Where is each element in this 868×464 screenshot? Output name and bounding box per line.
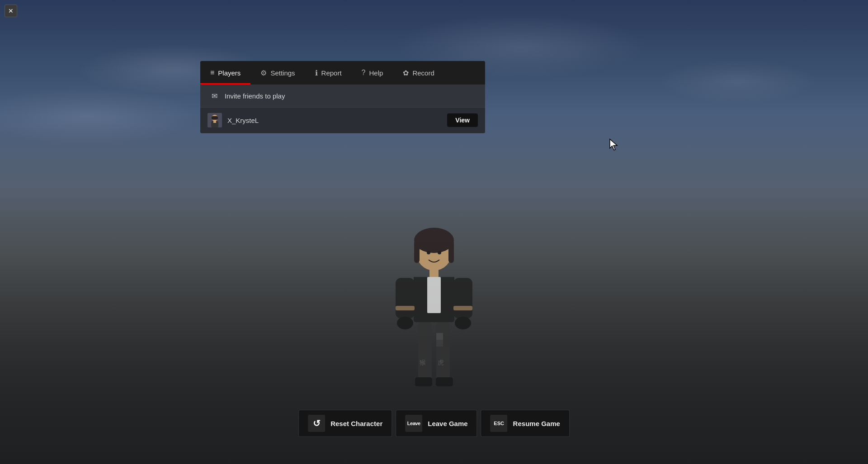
tab-help[interactable]: ? Help [352,61,393,84]
player-avatar [208,113,222,127]
player-username: X_KrysteL [227,117,442,124]
tab-players[interactable]: ≡ Players [200,61,250,84]
resume-game-label: Resume Game [513,420,560,427]
help-icon: ? [362,69,366,77]
svg-rect-23 [436,340,443,347]
tab-help-label: Help [369,69,383,77]
close-button[interactable]: ✕ [5,5,17,17]
reset-character-label: Reset Character [330,420,382,427]
svg-rect-30 [212,116,218,120]
leave-icon-box: Leave [405,415,422,432]
content-area: ✉ Invite friends to play X_KrysteL View [200,84,485,133]
leave-game-label: Leave Game [428,420,467,427]
leave-icon: Leave [407,421,420,426]
svg-point-16 [455,317,471,329]
svg-rect-3 [448,240,454,263]
tab-report[interactable]: ℹ Report [305,61,352,84]
reset-character-button[interactable]: ↺ Reset Character [298,410,392,437]
svg-rect-25 [436,377,453,386]
svg-rect-2 [414,240,420,263]
view-player-button[interactable]: View [447,113,478,127]
esc-icon-box: ESC [491,415,508,432]
svg-rect-24 [415,377,432,386]
reset-icon: ↺ [313,418,321,429]
invite-text: Invite friends to play [225,92,285,100]
settings-icon: ⚙ [260,69,267,77]
svg-point-15 [397,317,413,329]
tab-players-label: Players [218,69,241,77]
svg-point-5 [438,251,441,254]
record-icon: ✿ [403,69,409,77]
svg-rect-32 [213,120,216,123]
svg-rect-6 [429,269,439,277]
players-icon: ≡ [210,69,214,77]
svg-point-1 [414,228,454,253]
reset-icon-box: ↺ [308,415,325,432]
esc-icon: ESC [494,421,504,426]
tab-bar: ≡ Players ⚙ Settings ℹ Report ? Help ✿ R… [200,61,485,84]
tab-settings-label: Settings [270,69,295,77]
svg-rect-13 [396,278,415,319]
svg-rect-20 [436,322,450,381]
svg-rect-10 [427,277,441,313]
tab-record-label: Record [412,69,434,77]
resume-game-button[interactable]: ESC Resume Game [481,410,570,437]
svg-rect-18 [453,306,472,310]
svg-rect-19 [418,322,432,381]
invite-icon: ✉ [209,91,219,101]
bottom-action-buttons: ↺ Reset Character Leave Leave Game ESC R… [298,410,570,437]
player-row: X_KrysteL View [200,108,485,133]
svg-text:虎: 虎 [438,359,444,366]
tab-record[interactable]: ✿ Record [393,61,444,84]
menu-panel: ≡ Players ⚙ Settings ℹ Report ? Help ✿ R… [200,61,485,133]
tab-settings[interactable]: ⚙ Settings [250,61,305,84]
svg-rect-14 [453,278,472,319]
svg-rect-21 [436,333,443,340]
report-icon: ℹ [315,69,318,77]
svg-point-4 [427,251,430,254]
invite-friends-row[interactable]: ✉ Invite friends to play [200,84,485,108]
close-icon: ✕ [8,7,14,14]
svg-rect-17 [396,306,415,310]
leave-game-button[interactable]: Leave Leave Game [396,410,477,437]
tab-report-label: Report [321,69,342,77]
svg-text:猴: 猴 [420,359,426,366]
avatar-figure-svg [208,113,222,127]
svg-rect-22 [443,340,450,347]
